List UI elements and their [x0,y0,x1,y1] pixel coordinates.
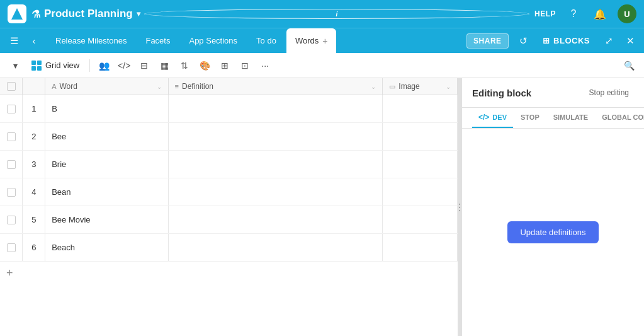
row-4-img[interactable] [383,178,458,206]
row-4-word[interactable]: Bean [45,178,168,206]
row-5-checkbox[interactable] [0,206,23,234]
def-sort-arrow-icon[interactable]: ⌄ [371,83,376,90]
row-5-word[interactable]: Bee Movie [45,206,168,234]
row-2-num: 2 [23,123,45,151]
tab-global-config-label: GLOBAL CONFIG [602,113,644,121]
flask-icon: ⚗ [31,8,40,20]
tab-simulate[interactable]: SIMULATE [547,108,594,127]
tab-facets[interactable]: Facets [137,28,179,53]
more-options-icon[interactable]: ··· [256,57,274,74]
top-bar: ⚗ Product Planning ▾ i HELP ? 🔔 U [0,0,644,28]
table-icon[interactable]: ▦ [155,57,173,74]
row-2-def[interactable] [168,123,383,151]
resize-handle[interactable] [458,78,461,336]
search-icon[interactable]: 🔍 [620,57,638,74]
edit-panel-header: Editing block Stop editing [462,78,644,108]
tab-dev[interactable]: </> DEV [472,108,513,128]
row-6-checkbox[interactable] [0,234,23,262]
toolbar-separator [89,59,90,72]
row-5-img[interactable] [383,206,458,234]
blocks-button[interactable]: ⊞ BLOCKS [536,33,596,48]
row-2-word[interactable]: Bee [45,123,168,151]
header-image[interactable]: ▭ Image ⌄ [383,78,458,95]
row-6-def[interactable] [168,234,383,262]
tab-stop[interactable]: STOP [514,108,546,127]
code-icon[interactable]: </> [115,57,133,74]
people-icon[interactable]: 👥 [95,57,113,74]
row-5-num: 5 [23,206,45,234]
code-bracket-icon: </> [478,113,489,122]
row-3-def[interactable] [168,151,383,178]
tab-app-sections[interactable]: App Sections [180,28,246,53]
edit-panel-tabs: </> DEV STOP SIMULATE GLOBAL CONFIG [462,108,644,129]
share-button[interactable]: SHARE [466,33,509,49]
text-type-icon: A [52,83,56,90]
table-row[interactable]: 4 Bean [0,178,458,206]
row-2-checkbox[interactable] [0,123,23,151]
row-4-checkbox[interactable] [0,178,23,206]
add-row-button[interactable]: + [0,262,458,284]
app-logo[interactable] [8,4,26,23]
table-row[interactable]: 2 Bee [0,123,458,151]
row-5-def[interactable] [168,206,383,234]
row-1-checkbox[interactable] [0,95,23,123]
back-arrow-icon[interactable]: ‹ [25,32,43,50]
row-6-img[interactable] [383,234,458,262]
grid-view-button[interactable]: Grid view [26,58,84,73]
filter-icon[interactable]: ⊟ [135,57,153,74]
tab-stop-label: STOP [521,113,539,121]
chevron-down-icon[interactable]: ▾ [137,9,140,18]
update-definitions-button[interactable]: Update definitions [507,221,598,243]
history-icon[interactable]: ↺ [515,32,533,50]
info-icon[interactable]: i [144,9,529,19]
row-3-checkbox[interactable] [0,151,23,178]
blocks-label: BLOCKS [553,36,590,45]
row-1-def[interactable] [168,95,383,123]
row-3-word[interactable]: Brie [45,151,168,178]
tab-dev-label: DEV [492,113,507,121]
table-row[interactable]: 3 Brie [0,151,458,178]
table-row[interactable]: 5 Bee Movie [0,206,458,234]
table-body: 1 B 2 Bee 3 Brie [0,95,458,262]
tab-words-label: Words [295,36,319,45]
header-definition[interactable]: ≡ Definition ⌄ [168,78,383,95]
tab-todo[interactable]: To do [247,28,285,53]
sort-arrow-icon[interactable]: ⌄ [157,83,162,90]
main-layout: A Word ⌄ ≡ Definition ⌄ [0,78,644,336]
tab-app-sections-label: App Sections [189,36,237,45]
dropdown-arrow-icon[interactable]: ▾ [6,57,24,74]
tab-plus-icon[interactable]: + [322,36,327,46]
notification-bell-icon[interactable]: 🔔 [591,5,609,23]
sort-icon[interactable]: ⇅ [176,57,193,74]
blocks-grid-icon: ⊞ [543,36,550,45]
grid-icon [31,61,42,71]
tab-global-config[interactable]: GLOBAL CONFIG [596,108,644,127]
columns-icon[interactable]: ⊞ [216,57,234,74]
img-sort-arrow-icon[interactable]: ⌄ [446,83,451,90]
stop-editing-button[interactable]: Stop editing [584,86,634,100]
row-1-img[interactable] [383,95,458,123]
row-3-num: 3 [23,151,45,178]
row-1-word[interactable]: B [45,95,168,123]
tab-release-milestones[interactable]: Release Milestones [47,28,135,53]
expand-rows-icon[interactable]: ⊡ [236,57,254,74]
table-row[interactable]: 1 B [0,95,458,123]
row-2-img[interactable] [383,123,458,151]
row-6-word[interactable]: Beach [45,234,168,262]
tab-todo-label: To do [256,36,276,45]
row-4-def[interactable] [168,178,383,206]
help-question-icon[interactable]: ? [565,5,582,23]
avatar[interactable]: U [618,4,636,23]
page-title: ⚗ Product Planning ▾ i [31,8,529,20]
paint-icon[interactable]: 🎨 [196,57,213,74]
tab-words[interactable]: Words + [286,28,337,53]
row-3-img[interactable] [383,151,458,178]
data-table: A Word ⌄ ≡ Definition ⌄ [0,78,458,262]
hamburger-menu-icon[interactable]: ☰ [5,32,23,50]
expand-icon[interactable]: ⤢ [600,32,618,50]
tab-release-milestones-label: Release Milestones [55,36,127,45]
table-row[interactable]: 6 Beach [0,234,458,262]
close-icon[interactable]: ✕ [621,32,639,50]
header-word[interactable]: A Word ⌄ [45,78,168,95]
header-checkbox[interactable] [0,78,23,95]
